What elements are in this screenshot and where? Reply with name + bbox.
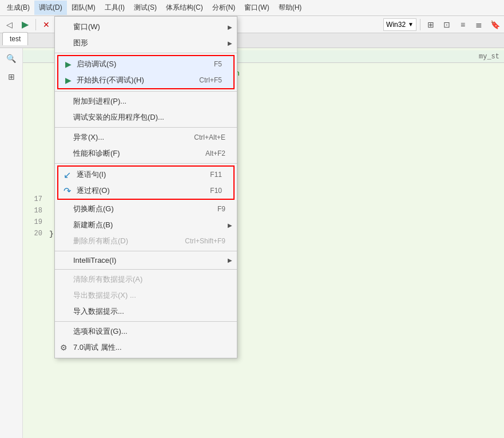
toolbar-back-btn[interactable]: ◁: [2, 18, 16, 31]
menu-item-intelli-trace[interactable]: IntelliTrace(I): [55, 253, 237, 267]
menu-item-export-tips[interactable]: 导出数据提示(X) ...: [55, 287, 237, 303]
toolbar-icon-btn-1[interactable]: ⊞: [424, 18, 438, 31]
platform-dropdown[interactable]: Win32 ▼: [383, 18, 416, 31]
menubar-item-architecture[interactable]: 体系结构(C): [161, 1, 208, 15]
menu-separator-2: [55, 91, 237, 92]
menu-item-attach[interactable]: 附加到进程(P)...: [55, 93, 237, 109]
step-over-icon: ↷: [62, 186, 72, 196]
menu-item-perf[interactable]: 性能和诊断(F) Alt+F2: [55, 145, 237, 161]
menu-separator-7: [55, 321, 237, 322]
menubar-item-analysis[interactable]: 分析(N): [208, 1, 240, 15]
menu-item-step-over[interactable]: ↷ 逐过程(O) F10: [58, 183, 233, 199]
menu-item-toggle-bp[interactable]: 切换断点(G) F9: [55, 201, 237, 217]
tab-test[interactable]: test: [2, 32, 28, 45]
menubar-item-generate[interactable]: 生成(B): [2, 1, 34, 15]
menu-item-clear-tips[interactable]: 清除所有数据提示(A): [55, 271, 237, 287]
sidebar: 🔍 ⊞: [0, 48, 23, 438]
toolbar-close-btn[interactable]: ✕: [39, 18, 53, 31]
menu-item-delete-all-bp[interactable]: 删除所有断点(D) Ctrl+Shift+F9: [55, 233, 237, 249]
menu-item-start-no-debug[interactable]: ▶ 开始执行(不调试)(H) Ctrl+F5: [58, 72, 233, 88]
step-into-icon: ↙: [62, 169, 72, 180]
toolbar-icon-btn-2[interactable]: ⊡: [440, 18, 454, 31]
menu-item-window[interactable]: 窗口(W): [55, 19, 237, 35]
debug-menu: 窗口(W) 图形 ▶ 启动调试(S) F5 ▶ 开始执行(不调试)(H) Ctr…: [54, 16, 237, 358]
menu-item-prop-70[interactable]: ⚙ 7.0调试 属性...: [55, 340, 237, 356]
menubar: 生成(B) 调试(D) 团队(M) 工具(I) 测试(S) 体系结构(C) 分析…: [0, 0, 504, 16]
menubar-item-team[interactable]: 团队(M): [67, 1, 100, 15]
menu-item-start-debug[interactable]: ▶ 启动调试(S) F5: [58, 56, 233, 72]
menubar-item-debug[interactable]: 调试(D): [34, 1, 67, 15]
sidebar-search-icon[interactable]: 🔍: [3, 50, 19, 66]
gear-icon: ⚙: [58, 342, 69, 353]
red-section-2: ↙ 逐语句(I) F11 ↷ 逐过程(O) F10: [57, 165, 235, 200]
menu-item-options[interactable]: 选项和设置(G)...: [55, 323, 237, 340]
toolbar-icon-btn-4[interactable]: ≣: [472, 18, 486, 31]
menu-item-graphic[interactable]: 图形: [55, 35, 237, 51]
menu-item-import-tips[interactable]: 导入数据提示...: [55, 303, 237, 319]
menubar-item-help[interactable]: 帮助(H): [274, 1, 307, 15]
menu-separator-4: [55, 163, 237, 164]
play-icon-no-debug: ▶: [63, 75, 73, 85]
menubar-item-window[interactable]: 窗口(W): [240, 1, 273, 15]
toolbar-separator-1: [35, 19, 36, 30]
menubar-item-tools[interactable]: 工具(I): [100, 1, 129, 15]
red-section-1: ▶ 启动调试(S) F5 ▶ 开始执行(不调试)(H) Ctrl+F5: [57, 55, 235, 89]
toolbar-icon-btn-3[interactable]: ≡: [456, 18, 470, 31]
sidebar-nav-icon[interactable]: ⊞: [3, 69, 19, 85]
menu-item-new-bp[interactable]: 新建断点(B): [55, 217, 237, 233]
menu-separator-5: [55, 251, 237, 251]
menu-item-install-app[interactable]: 调试安装的应用程序包(D)...: [55, 109, 237, 125]
menu-separator-3: [55, 127, 237, 128]
menu-item-step-into[interactable]: ↙ 逐语句(I) F11: [58, 167, 233, 183]
menu-item-exception[interactable]: 异常(X)... Ctrl+Alt+E: [55, 129, 237, 145]
menu-separator-6: [55, 269, 237, 270]
play-icon-start: ▶: [63, 59, 73, 69]
menubar-item-test[interactable]: 测试(S): [129, 1, 161, 15]
editor-header-label: my_st: [479, 53, 499, 61]
toolbar-separator-3: [420, 19, 420, 30]
toolbar-play-btn[interactable]: ▶: [18, 18, 32, 31]
menu-separator-1: [55, 53, 237, 53]
toolbar-icon-btn-5[interactable]: 🔖: [488, 18, 502, 31]
